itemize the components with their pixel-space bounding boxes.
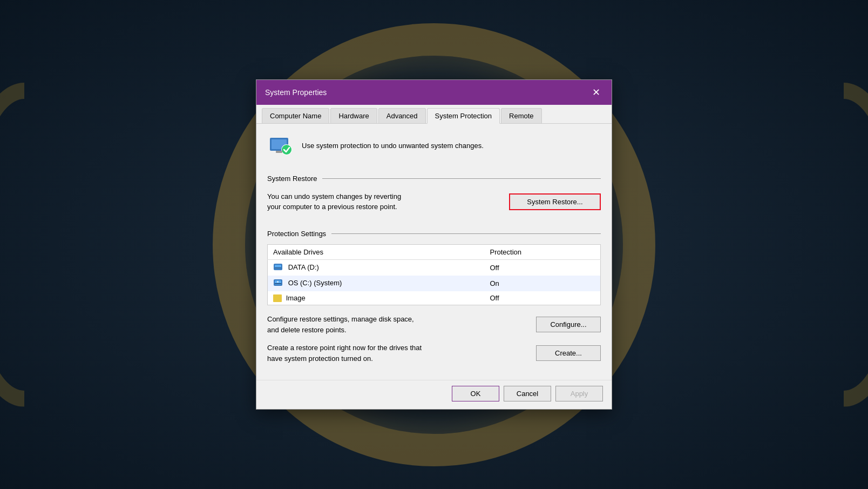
system-properties-dialog: System Properties ✕ Computer Name Hardwa…: [256, 79, 612, 410]
hdd-icon: [273, 278, 283, 289]
dialog-title: System Properties: [265, 88, 327, 97]
create-description: Create a restore point right now for the…: [267, 343, 525, 364]
table-row[interactable]: OS (C:) (System) On: [268, 276, 601, 291]
section-divider: [322, 178, 601, 179]
table-row[interactable]: Image Off: [268, 291, 601, 305]
dialog-footer: OK Cancel Apply: [256, 380, 612, 409]
protection-settings-title: Protection Settings: [267, 230, 326, 238]
tab-system-protection[interactable]: System Protection: [427, 108, 500, 124]
system-restore-button[interactable]: System Restore...: [509, 193, 601, 210]
svg-point-3: [282, 145, 291, 155]
restore-description: You can undo system changes by reverting…: [267, 191, 498, 212]
folder-icon: [273, 294, 282, 302]
tab-advanced[interactable]: Advanced: [378, 108, 426, 123]
svg-rect-4: [276, 151, 282, 153]
tabs-container: Computer Name Hardware Advanced System P…: [256, 105, 612, 124]
protection-cell: On: [484, 276, 600, 291]
title-bar: System Properties ✕: [256, 80, 612, 105]
drive-cell: DATA (D:): [268, 259, 485, 276]
tab-hardware[interactable]: Hardware: [330, 108, 377, 123]
configure-row: Configure restore settings, manage disk …: [267, 314, 601, 335]
header-section: Use system protection to undo unwanted s…: [267, 132, 601, 166]
svg-rect-11: [277, 281, 279, 283]
protection-cell: Off: [484, 259, 600, 276]
col-drives: Available Drives: [268, 244, 485, 259]
apply-button[interactable]: Apply: [555, 386, 603, 401]
drives-table: Available Drives Protection: [267, 244, 601, 306]
create-button[interactable]: Create...: [536, 345, 601, 361]
svg-rect-7: [275, 267, 281, 269]
hdd-icon: [273, 263, 283, 273]
svg-rect-10: [275, 283, 281, 284]
drive-cell: Image: [268, 291, 485, 305]
protection-settings-header: Protection Settings: [267, 230, 601, 238]
system-restore-header: System Restore: [267, 175, 601, 183]
ok-button[interactable]: OK: [452, 386, 499, 401]
system-restore-title: System Restore: [267, 175, 317, 183]
cancel-button[interactable]: Cancel: [504, 386, 551, 401]
restore-section: You can undo system changes by reverting…: [267, 189, 601, 219]
table-row[interactable]: DATA (D:) Off: [268, 259, 601, 276]
close-button[interactable]: ✕: [589, 85, 603, 99]
protection-section-divider: [331, 233, 601, 234]
drive-cell: OS (C:) (System): [268, 276, 485, 291]
protection-settings-section: Protection Settings Available Drives Pro…: [267, 230, 601, 364]
create-row: Create a restore point right now for the…: [267, 343, 601, 364]
configure-description: Configure restore settings, manage disk …: [267, 314, 525, 335]
protection-cell: Off: [484, 291, 600, 305]
tab-computer-name[interactable]: Computer Name: [262, 108, 329, 123]
col-protection: Protection: [484, 244, 600, 259]
protection-icon: [267, 132, 294, 159]
configure-button[interactable]: Configure...: [536, 317, 601, 332]
content-area: Use system protection to undo unwanted s…: [256, 124, 612, 380]
tab-remote[interactable]: Remote: [501, 108, 542, 123]
header-description: Use system protection to undo unwanted s…: [302, 142, 484, 150]
